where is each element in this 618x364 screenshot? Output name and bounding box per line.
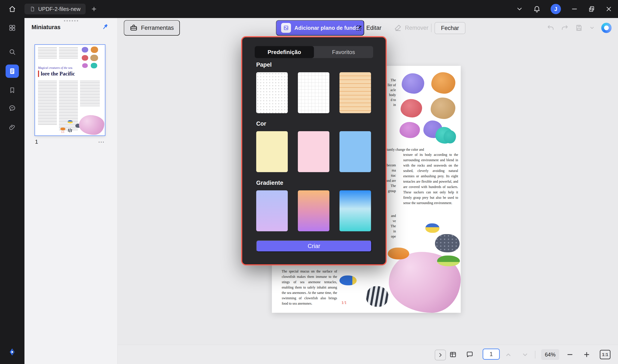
thumbnail-fish-artwork	[60, 128, 66, 130]
zoom-level-button[interactable]: 64%	[541, 349, 559, 360]
apps-grid-icon[interactable]	[6, 21, 19, 35]
title-bar: UPDF-2-files-new J	[0, 0, 618, 18]
thumbnail-coral-artwork	[91, 47, 98, 53]
document-canvas: Ferramentas Adicionar plano de fundo Edi…	[117, 18, 618, 364]
tab-favorites[interactable]: Favoritos	[314, 46, 373, 58]
remove-button[interactable]: Remover	[394, 20, 428, 36]
tab-preset[interactable]: Predefinição	[255, 46, 314, 58]
edit-button-label: Editar	[366, 25, 382, 31]
panel-drag-handle[interactable]	[63, 20, 78, 22]
thumbnail-coral-artwork	[82, 47, 88, 52]
fish-artwork	[437, 256, 460, 266]
previous-page-chevron-icon[interactable]	[505, 351, 512, 358]
undo-icon[interactable]	[547, 24, 554, 32]
thumbnail-page-indicator: 1/1	[61, 130, 64, 134]
thumbnails-panel-title: Miniaturas	[31, 24, 60, 31]
notifications-bell-icon[interactable]	[533, 5, 541, 13]
background-preset-dialog: Predefinição Favoritos Papel Cor Gradien…	[241, 36, 387, 265]
swatch-color-pink[interactable]	[298, 131, 330, 172]
coral-artwork	[401, 99, 422, 117]
swatch-color-blue[interactable]	[340, 131, 371, 172]
close-button-label: Fechar	[441, 25, 459, 31]
thumbnail-fish-artwork	[68, 129, 72, 132]
thumbnail-fish-artwork	[68, 120, 73, 123]
edit-button[interactable]: Editar	[355, 20, 382, 36]
toolbox-icon	[130, 24, 137, 32]
create-button[interactable]: Criar	[256, 240, 372, 252]
status-bar: 1 64% 1:1	[117, 345, 618, 364]
ai-assistant-icon[interactable]	[601, 23, 612, 33]
fish-artwork	[340, 275, 357, 285]
window-close-button[interactable]	[605, 5, 612, 13]
toolbar-right-actions	[547, 18, 612, 38]
home-icon	[8, 5, 16, 13]
tools-button[interactable]: Ferramentas	[124, 20, 180, 36]
add-background-icon	[281, 23, 291, 33]
thumbnails-panel: Miniaturas Magical creatures of the sea.…	[25, 18, 118, 364]
document-tab[interactable]: UPDF-2-files-new	[25, 4, 86, 14]
thumbnails-panel-icon[interactable]	[6, 65, 19, 78]
thumbnail-coral-artwork	[91, 63, 97, 68]
statusbar-divider	[535, 351, 536, 358]
coral-artwork	[443, 130, 456, 143]
thumbnail-text-lines	[80, 81, 100, 106]
bookmark-icon[interactable]	[6, 84, 19, 97]
comments-icon[interactable]	[6, 102, 19, 115]
coral-artwork	[431, 98, 455, 119]
thumbnail-coral-artwork	[79, 115, 104, 135]
titlebar-actions: J	[516, 4, 618, 14]
thumbnail-text-lines	[38, 81, 57, 125]
window-minimize-button[interactable]	[571, 5, 578, 13]
home-button[interactable]	[0, 5, 25, 13]
section-label-paper: Papel	[256, 62, 272, 68]
window-restore-button[interactable]	[588, 5, 595, 13]
page-thumbnail-preview: Magical creatures of the sea. lore the P…	[35, 45, 105, 135]
actual-size-button[interactable]: 1:1	[600, 350, 610, 359]
document-tab-icon	[30, 6, 35, 12]
add-background-button[interactable]: Adicionar plano de fundo	[276, 20, 364, 36]
attachments-paperclip-icon[interactable]	[6, 121, 19, 134]
thumbnail-text-lines	[38, 47, 57, 59]
expand-panel-button[interactable]	[435, 350, 446, 360]
close-background-mode-button[interactable]: Fechar	[435, 22, 466, 34]
swatch-grid-paper[interactable]	[298, 72, 330, 113]
page-number-input[interactable]: 1	[483, 349, 500, 360]
coral-artwork	[399, 122, 420, 138]
swatch-gradient-lavender[interactable]	[256, 190, 288, 231]
signature-pen-icon[interactable]	[6, 345, 19, 359]
swatch-lined-paper[interactable]	[340, 72, 371, 113]
dropdown-chevron-icon[interactable]	[516, 5, 523, 13]
avatar[interactable]: J	[551, 4, 561, 14]
swatch-gradient-sunset[interactable]	[298, 190, 330, 231]
pin-icon[interactable]	[101, 23, 109, 30]
eraser-icon	[394, 24, 402, 32]
save-icon[interactable]	[575, 24, 583, 32]
toolbar-divider	[431, 24, 432, 32]
redo-icon[interactable]	[561, 24, 569, 32]
dialog-tabs: Predefinição Favoritos	[255, 46, 373, 58]
page-indicator: 1/1	[341, 300, 346, 305]
swatch-dotted-paper[interactable]	[256, 72, 288, 113]
zoom-out-icon[interactable]	[566, 351, 574, 358]
swatch-color-yellow[interactable]	[256, 131, 288, 172]
next-page-chevron-icon[interactable]	[522, 351, 529, 358]
thumbnail-coral-artwork	[82, 63, 88, 68]
search-icon[interactable]	[6, 45, 19, 59]
page-layout-icon[interactable]	[449, 351, 457, 358]
color-swatch-row	[256, 131, 371, 172]
thumbnail-subtitle: Magical creatures of the sea.	[38, 66, 73, 70]
swatch-gradient-ocean[interactable]	[340, 190, 371, 231]
page-thumbnail[interactable]: Magical creatures of the sea. lore the P…	[35, 45, 105, 135]
comment-mode-icon[interactable]	[466, 351, 474, 358]
thumbnail-text-lines	[59, 47, 78, 59]
zoom-in-icon[interactable]	[583, 351, 590, 358]
thumbnail-coral-artwork	[90, 55, 98, 61]
thumbnail-caption-row: 1 ⋯	[35, 138, 105, 145]
add-tab-button[interactable]	[91, 6, 97, 12]
save-options-chevron-icon[interactable]	[589, 25, 595, 31]
coral-artwork	[431, 72, 455, 94]
coral-artwork	[402, 73, 424, 94]
thumbnail-coral-artwork	[82, 55, 88, 61]
thumbnail-more-button[interactable]: ⋯	[98, 138, 105, 145]
paper-swatch-row	[256, 72, 371, 113]
